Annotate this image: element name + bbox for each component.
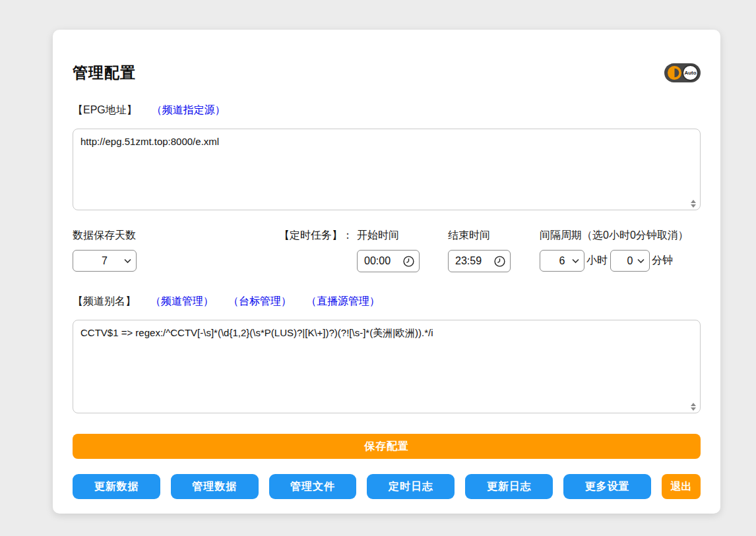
alias-textarea-wrap: CCTV$1 => regex:/^CCTV[-\s]*(\d{1,2}(\s*… xyxy=(73,320,701,416)
more-settings-button[interactable]: 更多设置 xyxy=(563,474,651,499)
interval-label: 间隔周期（选0小时0分钟取消） xyxy=(540,229,689,242)
minutes-unit-label: 分钟 xyxy=(652,254,673,268)
hours-unit-label: 小时 xyxy=(586,254,608,268)
end-time-value: 23:59 xyxy=(455,255,482,267)
retention-days-label: 数据保存天数 xyxy=(73,229,137,242)
logo-manage-link[interactable]: （台标管理） xyxy=(228,295,292,309)
chevron-down-icon xyxy=(572,258,579,264)
channel-alias-label: 【频道别名】 xyxy=(73,295,136,309)
retention-days-select[interactable]: 7 xyxy=(73,250,137,272)
epg-address-textarea[interactable]: http://epg.51zmt.top:8000/e.xml xyxy=(73,129,701,210)
scheduled-log-button[interactable]: 定时日志 xyxy=(367,474,455,499)
interval-minutes-value: 0 xyxy=(627,255,633,267)
chevron-down-icon xyxy=(124,258,131,264)
start-time-input[interactable]: 00:00 xyxy=(357,250,420,272)
channel-manage-link[interactable]: （频道管理） xyxy=(150,295,214,309)
exit-button[interactable]: 退出 xyxy=(662,474,701,499)
theme-toggle[interactable]: Auto xyxy=(664,63,701,82)
scheduled-task-label: 【定时任务】： xyxy=(279,229,353,242)
alias-label-row: 【频道别名】 （频道管理） （台标管理） （直播源管理） xyxy=(73,295,701,309)
interval-minutes-select[interactable]: 0 xyxy=(610,250,650,272)
textarea-scroll-arrows-icon[interactable] xyxy=(691,403,696,411)
end-time-input[interactable]: 23:59 xyxy=(448,250,511,272)
save-config-button[interactable]: 保存配置 xyxy=(73,434,701,459)
channel-alias-textarea[interactable]: CCTV$1 => regex:/^CCTV[-\s]*(\d{1,2}(\s*… xyxy=(73,320,701,413)
start-time-label: 开始时间 xyxy=(357,229,420,242)
start-time-value: 00:00 xyxy=(364,255,391,267)
chevron-down-icon xyxy=(637,258,645,264)
theme-auto-label: Auto xyxy=(684,70,696,76)
end-time-field: 结束时间 23:59 xyxy=(448,229,511,272)
interval-hours-value: 6 xyxy=(559,255,565,267)
contrast-half-circle-icon xyxy=(668,66,681,80)
start-time-field: 开始时间 00:00 xyxy=(357,229,420,272)
clock-icon xyxy=(403,256,414,267)
epg-textarea-wrap: http://epg.51zmt.top:8000/e.xml xyxy=(73,129,701,213)
epg-address-label: 【EPG地址】 xyxy=(73,104,137,117)
epg-label-row: 【EPG地址】 （频道指定源） xyxy=(73,104,701,117)
manage-data-button[interactable]: 管理数据 xyxy=(171,474,259,499)
page-title: 管理配置 xyxy=(73,63,136,83)
textarea-scroll-arrows-icon[interactable] xyxy=(691,200,696,208)
live-source-manage-link[interactable]: （直播源管理） xyxy=(306,295,380,309)
interval-hours-select[interactable]: 6 xyxy=(540,250,584,272)
settings-row: 数据保存天数 7 【定时任务】： 开始时间 00:00 xyxy=(73,229,701,272)
interval-field: 间隔周期（选0小时0分钟取消） 6 小时 0 分钟 xyxy=(540,229,689,272)
manage-files-button[interactable]: 管理文件 xyxy=(269,474,357,499)
config-card: 管理配置 Auto 【EPG地址】 （频道指定源） http://epg.51z… xyxy=(53,30,720,514)
end-time-label: 结束时间 xyxy=(448,229,511,242)
action-button-row: 更新数据 管理数据 管理文件 定时日志 更新日志 更多设置 退出 xyxy=(73,474,701,499)
channel-source-link[interactable]: （频道指定源） xyxy=(152,104,226,117)
retention-days-field: 数据保存天数 7 xyxy=(73,229,137,272)
update-data-button[interactable]: 更新数据 xyxy=(73,474,160,499)
retention-days-value: 7 xyxy=(102,255,108,267)
header: 管理配置 Auto xyxy=(73,63,701,83)
theme-auto-knob[interactable]: Auto xyxy=(682,65,699,81)
clock-icon xyxy=(494,256,505,267)
scheduled-task-group: 【定时任务】： 开始时间 00:00 xyxy=(279,229,420,272)
update-log-button[interactable]: 更新日志 xyxy=(465,474,553,499)
